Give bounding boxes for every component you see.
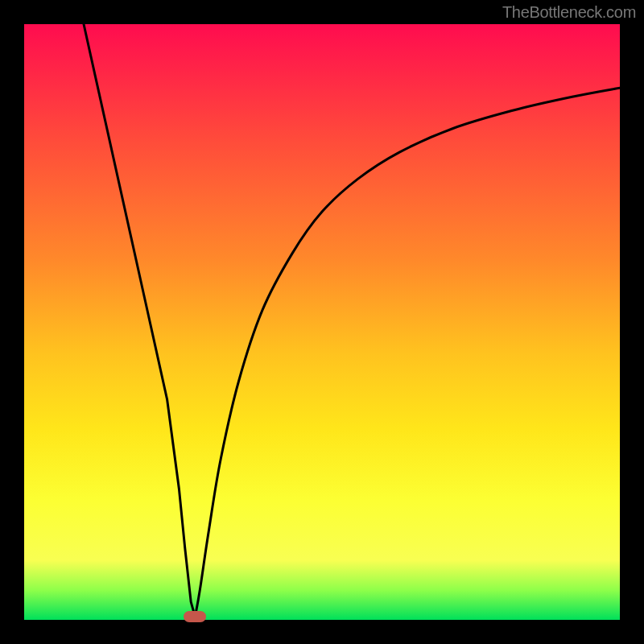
chart-frame: TheBottleneck.com — [0, 0, 644, 644]
curve-right-branch — [195, 88, 620, 617]
bottleneck-marker — [184, 611, 206, 622]
plot-area — [24, 24, 620, 620]
curve-left-branch — [84, 24, 195, 617]
watermark-text: TheBottleneck.com — [502, 3, 636, 22]
bottleneck-curve — [24, 24, 620, 620]
